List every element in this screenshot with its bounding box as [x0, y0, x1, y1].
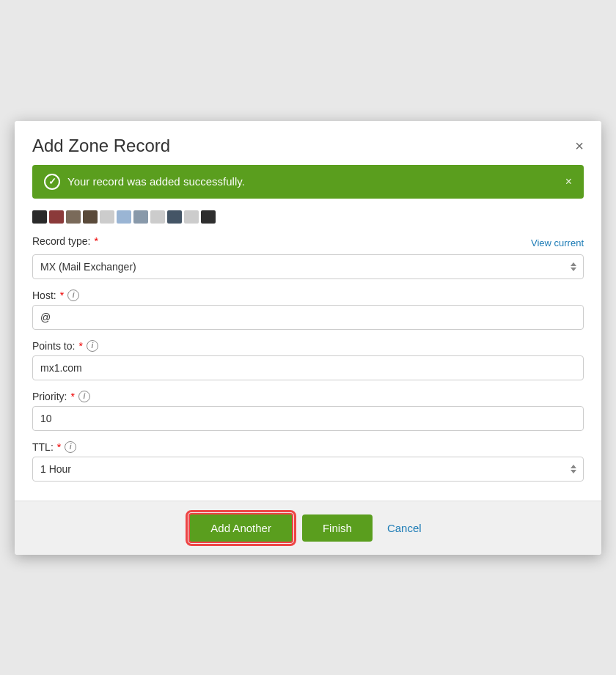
view-current-link[interactable]: View current [531, 237, 584, 248]
color-block [167, 210, 182, 224]
color-block [49, 210, 64, 224]
ttl-select-wrapper: 1 Hour 30 Minutes 2 Hours 4 Hours 8 Hour… [32, 457, 584, 482]
points-to-info-icon[interactable]: i [87, 340, 98, 352]
record-type-label-row: Record type: * View current [32, 235, 584, 251]
required-star: * [78, 340, 82, 352]
success-banner: ✓ Your record was added successfully. × [32, 165, 584, 199]
finish-button[interactable]: Finish [302, 514, 373, 542]
priority-field: Priority: * i [32, 391, 584, 431]
color-block [133, 210, 148, 224]
modal-body: ✓ Your record was added successfully. × [15, 165, 601, 501]
required-star: * [57, 441, 61, 453]
add-another-button[interactable]: Add Another [188, 513, 293, 543]
host-label: Host: * i [32, 289, 584, 301]
modal-title: Add Zone Record [32, 136, 170, 156]
required-star: * [94, 235, 98, 247]
points-to-label: Points to: * i [32, 340, 584, 352]
color-block [201, 210, 216, 224]
color-block [117, 210, 131, 224]
color-block [66, 210, 81, 224]
color-block [32, 210, 47, 224]
color-block [83, 210, 98, 224]
success-banner-left: ✓ Your record was added successfully. [44, 174, 245, 190]
color-block [184, 210, 199, 224]
cancel-button[interactable]: Cancel [381, 514, 428, 542]
record-type-field: Record type: * View current MX (Mail Exc… [32, 235, 584, 279]
priority-label: Priority: * i [32, 391, 584, 402]
record-type-label: Record type: * [32, 235, 98, 247]
modal-header: Add Zone Record × [15, 121, 601, 165]
host-input[interactable] [32, 305, 584, 330]
required-star: * [60, 289, 64, 301]
record-type-select[interactable]: MX (Mail Exchanger) A CNAME TXT NS [32, 254, 584, 279]
priority-input[interactable] [32, 406, 584, 431]
required-star: * [70, 391, 74, 402]
close-icon[interactable]: × [575, 139, 584, 153]
host-info-icon[interactable]: i [67, 289, 79, 301]
color-block [100, 210, 114, 224]
success-message: Your record was added successfully. [67, 175, 245, 188]
points-to-field: Points to: * i [32, 340, 584, 380]
modal-footer: Add Another Finish Cancel [15, 501, 601, 555]
color-block [150, 210, 165, 224]
ttl-field: TTL: * i 1 Hour 30 Minutes 2 Hours 4 Hou… [32, 441, 584, 482]
ttl-info-icon[interactable]: i [65, 441, 76, 453]
banner-close-icon[interactable]: × [565, 175, 572, 188]
color-strip [32, 210, 584, 224]
record-type-select-wrapper: MX (Mail Exchanger) A CNAME TXT NS [32, 254, 584, 279]
priority-info-icon[interactable]: i [78, 391, 90, 402]
success-check-icon: ✓ [44, 174, 60, 190]
modal: Add Zone Record × ✓ Your record was adde… [15, 121, 601, 555]
host-field: Host: * i [32, 289, 584, 330]
ttl-select[interactable]: 1 Hour 30 Minutes 2 Hours 4 Hours 8 Hour… [32, 457, 584, 482]
points-to-input[interactable] [32, 355, 584, 380]
ttl-label: TTL: * i [32, 441, 584, 453]
